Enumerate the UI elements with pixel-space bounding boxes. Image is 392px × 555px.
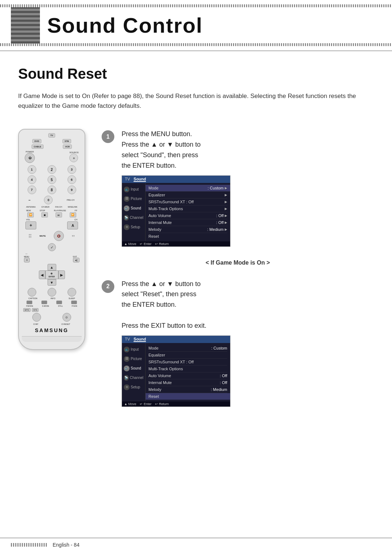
dpad: ▲ ◀ ⊕ ENTER ▶ ▼	[22, 264, 82, 286]
btn-5[interactable]: 5	[48, 175, 56, 184]
step-1: 1 Press the MENU button. Press the ▲ or …	[102, 129, 374, 246]
sts-button[interactable]: STS	[32, 308, 39, 312]
vol-ch-labels: VOLCH	[22, 219, 82, 221]
antenna-row: ANTENNACH.MGRFAV.CHWISELINK	[22, 206, 82, 208]
btn-dash[interactable]: −	[29, 198, 31, 202]
color-buttons	[22, 301, 82, 304]
mts-button[interactable]: MTS	[23, 308, 30, 312]
dpad-up-button[interactable]: ▲	[48, 264, 56, 270]
sidebar-input-2: 📺 Input	[122, 345, 145, 354]
dpad-right-button[interactable]: ▶	[58, 270, 65, 279]
mute-button[interactable]: 🔇	[54, 231, 64, 241]
multitrack-row-1: Multi-Track Options ▶	[148, 205, 227, 212]
melody-row-2: Melody : Medium	[148, 386, 227, 393]
step-1-text: Press the MENU button. Press the ▲ or ▼ …	[122, 129, 374, 171]
dpad-left-button[interactable]: ◀	[39, 270, 45, 279]
sound-tab-2: Sound	[134, 337, 146, 342]
ch-up-button[interactable]: ∧	[67, 221, 78, 229]
psize-button[interactable]	[71, 301, 77, 304]
mute-section: ⠿⠿ ⠿⠿ MUTE 🔇 ⠿⠿	[22, 231, 82, 241]
sidebar-picture-2: 🖼 Picture	[122, 354, 145, 364]
vol-up-button[interactable]: +	[25, 221, 36, 229]
omy-label: O MY	[33, 323, 38, 325]
sound-tab-1: Sound	[134, 177, 146, 182]
mts-extra-btn1[interactable]	[32, 313, 41, 322]
tv-sidebar-2: 📺 Input 🖼 Picture 🔊 Sound	[122, 343, 146, 401]
pmode-button[interactable]	[26, 301, 32, 304]
tv-tab-1: TV	[125, 177, 130, 182]
btn-3[interactable]: 3	[68, 165, 76, 174]
rew-button[interactable]: ⏪	[27, 212, 34, 217]
footer-pattern	[11, 543, 47, 547]
caption-button[interactable]	[28, 288, 36, 297]
ff-button[interactable]: ⏩	[70, 212, 76, 217]
section-title: Sound Reset	[18, 66, 374, 82]
mts-sts-row: MTS STS	[22, 308, 82, 312]
srs-row-1: SRSTruSurround XT : Off ▶	[148, 199, 227, 205]
source-label: SOURCE	[69, 151, 79, 154]
btn-8[interactable]: 8	[48, 185, 56, 194]
exit-button[interactable]: ●|	[73, 258, 79, 262]
btn-9[interactable]: 9	[68, 185, 76, 194]
tv-menu-body-2: 📺 Input 🖼 Picture 🔊 Sound	[122, 343, 230, 401]
autovol-row-2: Auto Volume : Off	[148, 372, 227, 379]
transport-buttons: ⏪ ⏹ ⏯ ⏩	[22, 212, 82, 217]
page-footer: English - 84	[0, 538, 392, 548]
still-button[interactable]	[56, 301, 62, 304]
sidebar-setup-1: ⚙ Setup	[122, 223, 145, 232]
mode-row-2: Mode : Custom	[148, 345, 227, 352]
vol-ch-down-labels: —	[22, 253, 82, 255]
melody-row-1: Melody : Medium ▶	[148, 226, 227, 233]
tv-button[interactable]: TV	[48, 133, 56, 138]
stop-button[interactable]: ⏹	[41, 212, 48, 217]
source-button[interactable]: ⊙	[69, 154, 78, 162]
btn-1[interactable]: 1	[28, 165, 36, 174]
reset-row-2: Reset	[146, 393, 230, 400]
tv-sidebar-1: 📺 Input 🖼 Picture 🔊 Sound	[122, 183, 146, 241]
internal-mute-row-2: Internal Mute : Off	[148, 379, 227, 386]
step-2-text: Press the ▲ or ▼ button to select "Reset…	[122, 279, 374, 331]
dpad-down-button[interactable]: ▼	[48, 279, 56, 286]
btn-6[interactable]: 6	[68, 175, 76, 184]
enter-button[interactable]: ⊕ ENTER	[45, 270, 58, 279]
cable-button[interactable]: CABLE	[32, 144, 44, 149]
oreset-label: O RESET	[61, 323, 70, 325]
btn-2[interactable]: 2	[48, 165, 56, 174]
footer-text: English - 84	[53, 542, 79, 548]
header-pattern	[11, 7, 40, 44]
menu-button[interactable]: ≡	[24, 258, 30, 262]
tv-menu-screenshot-1: TV Sound 📺 Input 🖼 P	[122, 175, 230, 247]
tv-menu-topbar-2: TV Sound	[122, 336, 230, 343]
bottom-labels: CAPTIONINFOSLEEP	[22, 297, 82, 299]
vcr-button[interactable]: VCR	[63, 144, 72, 149]
mts-extra-btn2[interactable]: ⊙	[62, 313, 71, 322]
tv-menu-bottombar-1: ▲ Move↵ Enter↩ Return	[122, 241, 230, 246]
info-button[interactable]	[48, 288, 56, 297]
reset-row-1: Reset	[148, 233, 227, 240]
btn-4[interactable]: 4	[28, 175, 36, 184]
power-button[interactable]: ⏻	[25, 153, 35, 163]
srs-row-2: SRSTruSurround XT : Off	[148, 359, 227, 366]
sleep-button[interactable]	[68, 288, 76, 297]
btn-7[interactable]: 7	[28, 185, 36, 194]
sidebar-sound-2: 🔊 Sound	[122, 364, 145, 373]
tv-menu-body-1: 📺 Input 🖼 Picture 🔊 Sound	[122, 183, 230, 241]
stb-button[interactable]: STB	[62, 139, 71, 143]
play-pause-button[interactable]: ⏯	[56, 212, 62, 217]
sidebar-input-1: 📺 Input	[122, 185, 145, 194]
sidebar-channel-1: 📡 Channel	[122, 213, 145, 223]
menu-label: MENU	[24, 256, 30, 258]
pre-ch-label: PRE-CH	[66, 199, 75, 201]
dvd-button[interactable]: DVD	[32, 139, 41, 143]
smode-button[interactable]	[41, 301, 47, 304]
checkmark-button[interactable]: ✓	[48, 243, 56, 251]
steps-area: 1 Press the MENU button. Press the ▲ or …	[102, 129, 374, 407]
sound-icon-1: 🔊	[124, 205, 130, 211]
sidebar-picture-1: 🖼 Picture	[122, 194, 145, 204]
btn-0[interactable]: 0	[44, 196, 53, 204]
tv-menu-topbar-1: TV Sound	[122, 176, 230, 183]
remote-bottom	[22, 336, 82, 342]
mute-label: MUTE	[40, 235, 46, 237]
omy-reset-row: O MY O RESET	[22, 323, 82, 325]
remote-container: TV DVD STB CABLE VCR POWER ⏻	[18, 129, 91, 350]
